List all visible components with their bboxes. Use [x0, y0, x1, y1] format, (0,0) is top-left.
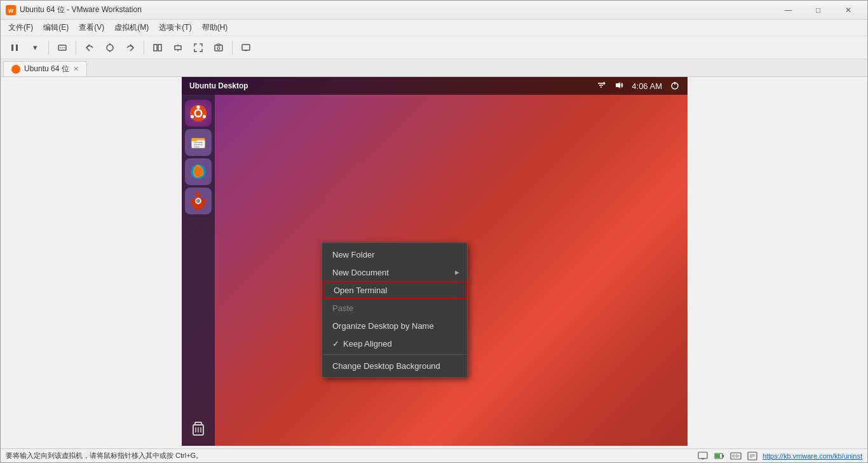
panel-time[interactable]: 4:06 AM: [632, 81, 662, 91]
ctx-open-terminal[interactable]: Open Terminal: [322, 281, 467, 299]
back-snapshot[interactable]: [81, 39, 98, 57]
svg-rect-65: [731, 453, 741, 459]
close-button[interactable]: ✕: [834, 1, 862, 20]
svg-marker-25: [616, 82, 620, 88]
menu-file[interactable]: 文件(F): [3, 21, 38, 35]
svg-rect-59: [698, 452, 707, 459]
ubuntu-desktop[interactable]: Ubuntu Desktop: [182, 77, 688, 446]
ctx-organize-label: Organize Desktop by Name: [332, 321, 434, 331]
forward-snapshot[interactable]: [121, 39, 139, 57]
ctx-check-icon: ✓: [332, 339, 339, 349]
restore-button[interactable]: □: [804, 1, 832, 20]
send-ctrl-alt-del[interactable]: [53, 39, 71, 57]
svg-rect-19: [242, 45, 250, 50]
tray-icon-3[interactable]: [729, 450, 742, 462]
status-bar: 要将输入定向到该虚拟机，请将鼠标指针移入其中或按 Ctrl+G。: [1, 448, 867, 462]
launcher-ubuntu-icon[interactable]: [185, 100, 212, 127]
window-title: Ubuntu 64 位 - VMware Workstation: [20, 4, 774, 15]
launcher-settings-icon[interactable]: [185, 188, 212, 214]
svg-point-31: [203, 115, 206, 118]
toolbar: ▾: [1, 36, 867, 59]
panel-title: Ubuntu Desktop: [189, 81, 248, 90]
view-toggle[interactable]: [149, 39, 166, 57]
ctx-new-folder[interactable]: New Folder: [322, 245, 467, 263]
pause-button[interactable]: [6, 39, 24, 57]
tab-vm-icon: [11, 65, 20, 74]
snapshot-button[interactable]: [101, 39, 119, 57]
svg-text:W: W: [8, 8, 14, 14]
toolbar-sep-2: [76, 41, 76, 55]
svg-rect-47: [190, 200, 194, 203]
svg-rect-13: [175, 46, 181, 50]
menu-view[interactable]: 查看(V): [74, 21, 109, 35]
tab-close-button[interactable]: ✕: [73, 65, 79, 73]
system-tray: https://kb.vmware.com/kb/uninst: [696, 450, 862, 462]
tab-label: Ubuntu 64 位: [24, 64, 69, 74]
ctx-separator: [322, 354, 467, 355]
svg-rect-11: [154, 45, 157, 51]
tab-bar: Ubuntu 64 位 ✕: [1, 59, 867, 77]
svg-point-18: [217, 47, 220, 50]
ctx-new-document[interactable]: New Document ►: [322, 263, 467, 281]
svg-point-32: [191, 115, 194, 118]
status-text: 要将输入定向到该虚拟机，请将鼠标指针移入其中或按 Ctrl+G。: [6, 451, 203, 460]
launcher-files-icon[interactable]: [185, 129, 212, 156]
svg-rect-63: [722, 455, 724, 457]
ctx-paste: Paste: [322, 299, 467, 317]
menu-bar: 文件(F) 编辑(E) 查看(V) 虚拟机(M) 选项卡(T) 帮助(H): [1, 20, 867, 36]
menu-options[interactable]: 选项卡(T): [154, 21, 196, 35]
svg-rect-12: [158, 45, 161, 51]
panel-sort-icon[interactable]: [596, 80, 606, 92]
toolbar-sep-3: [144, 41, 144, 55]
ctx-paste-label: Paste: [332, 303, 353, 313]
window-controls: — □ ✕: [774, 1, 862, 20]
svg-rect-35: [192, 138, 198, 141]
svg-rect-2: [11, 45, 13, 51]
svg-point-30: [196, 106, 200, 109]
launcher-trash-icon[interactable]: [185, 414, 212, 441]
status-url: https://kb.vmware.com/kb/uninst: [763, 452, 862, 460]
launcher-firefox-icon[interactable]: [185, 158, 212, 185]
screenshot[interactable]: [210, 39, 227, 57]
ctx-new-document-arrow: ►: [454, 268, 461, 276]
tray-icon-4[interactable]: [746, 450, 759, 462]
ctx-keep-aligned-label: Keep Aligned: [343, 339, 392, 349]
svg-rect-3: [16, 45, 18, 51]
svg-point-8: [107, 45, 113, 51]
ctx-open-terminal-label: Open Terminal: [334, 286, 387, 295]
display-toggle[interactable]: [237, 39, 255, 57]
ctx-change-bg[interactable]: Change Desktop Background: [322, 357, 467, 375]
vmware-icon: W: [6, 5, 16, 15]
toolbar-sep-4: [232, 41, 233, 55]
ctx-change-bg-label: Change Desktop Background: [332, 361, 440, 371]
tray-icon-2[interactable]: [713, 450, 726, 462]
tray-icon-1[interactable]: [696, 450, 709, 462]
fullscreen[interactable]: [189, 39, 207, 57]
menu-vm[interactable]: 虚拟机(M): [109, 21, 154, 35]
panel-right: 4:06 AM: [596, 80, 680, 92]
title-bar: W Ubuntu 64 位 - VMware Workstation — □ ✕: [1, 1, 867, 20]
menu-edit[interactable]: 编辑(E): [38, 21, 74, 35]
svg-rect-64: [715, 454, 720, 458]
panel-power-icon[interactable]: [670, 80, 680, 92]
svg-point-44: [196, 199, 200, 203]
toolbar-sep-1: [48, 41, 49, 55]
ctx-new-folder-label: New Folder: [332, 250, 374, 259]
svg-rect-48: [202, 200, 207, 203]
ubuntu-tab[interactable]: Ubuntu 64 位 ✕: [3, 61, 87, 76]
ctx-new-document-label: New Document: [332, 268, 389, 277]
vmware-window: W Ubuntu 64 位 - VMware Workstation — □ ✕…: [0, 0, 868, 463]
minimize-button[interactable]: —: [774, 1, 803, 20]
pause-dropdown[interactable]: ▾: [26, 39, 44, 57]
fit-view[interactable]: [169, 39, 187, 57]
ctx-organize[interactable]: Organize Desktop by Name: [322, 317, 467, 335]
panel-sound-icon[interactable]: [614, 80, 624, 92]
ctx-keep-aligned[interactable]: ✓ Keep Aligned: [322, 335, 467, 352]
context-menu: New Folder New Document ► Open Terminal …: [322, 242, 468, 378]
menu-help[interactable]: 帮助(H): [197, 21, 233, 35]
unity-launcher: [182, 95, 215, 446]
svg-rect-55: [195, 422, 201, 425]
ubuntu-top-panel: Ubuntu Desktop: [182, 77, 688, 95]
